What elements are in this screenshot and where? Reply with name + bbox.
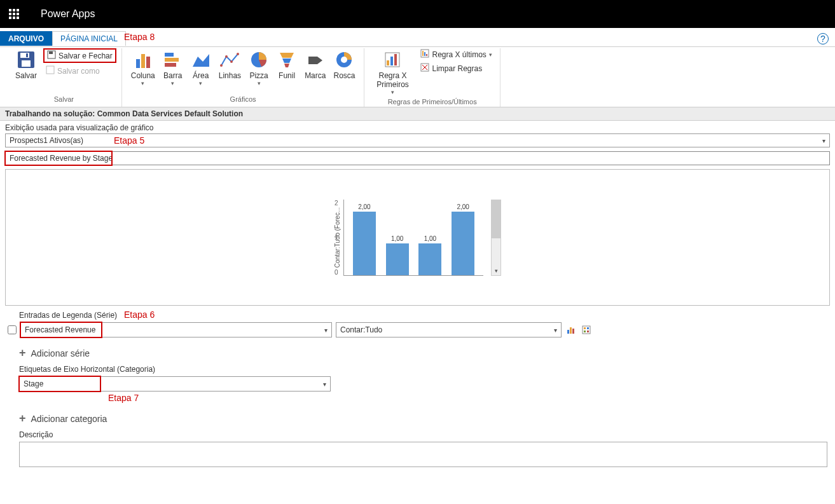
line-label: Linhas: [219, 71, 241, 80]
chart-bar: 1,00: [385, 235, 410, 275]
top-rule-label: Regra X Primeiros: [373, 71, 411, 89]
category-field-dropdown[interactable]: Stage ▾: [19, 376, 331, 392]
svg-marker-31: [308, 57, 322, 64]
ribbon-group-salvar-label: Salvar: [11, 94, 116, 104]
chart-tag-button[interactable]: Marca: [301, 48, 329, 81]
chart-scrollbar[interactable]: ▾: [491, 200, 501, 276]
area-label: Área: [193, 71, 209, 80]
svg-marker-30: [284, 64, 289, 67]
svg-rect-18: [146, 57, 150, 68]
chart-pie-button[interactable]: Pizza▾: [245, 48, 273, 88]
bottom-rule-label: Regra X últimos: [432, 50, 486, 59]
description-textarea[interactable]: [19, 442, 827, 467]
svg-rect-14: [49, 51, 53, 54]
series-checkbox[interactable]: [8, 325, 17, 334]
svg-rect-15: [46, 66, 54, 74]
clear-rules-label: Limpar Regras: [432, 64, 482, 73]
svg-rect-0: [9, 9, 11, 11]
edit-series-icon[interactable]: [581, 324, 592, 336]
add-series-button[interactable]: + Adicionar série: [19, 346, 830, 360]
svg-rect-4: [13, 13, 15, 15]
chart-config: Entradas de Legenda (Série) Etapa 6 Fore…: [19, 311, 830, 467]
tag-label: Marca: [305, 71, 326, 80]
bar-value-label: 2,00: [358, 203, 370, 210]
chart-bar-button[interactable]: Barra▾: [159, 48, 187, 88]
funnel-label: Funil: [279, 71, 295, 80]
chart-preview: Contar:Tudo (Forec... 2 1 0 2,001,001,00…: [5, 169, 830, 306]
svg-rect-1: [13, 9, 15, 11]
svg-rect-6: [9, 17, 11, 19]
svg-rect-19: [165, 53, 174, 57]
chart-area-button[interactable]: Área▾: [187, 48, 215, 88]
bar: [418, 243, 441, 275]
clear-rules-button[interactable]: Limpar Regras: [418, 62, 494, 74]
chart-line-button[interactable]: Linhas: [215, 48, 245, 81]
save-close-label: Salvar e Fechar: [59, 51, 113, 60]
bar: [386, 243, 409, 275]
description-label: Descrição: [19, 430, 830, 439]
view-label: Exibição usada para visualização de gráf…: [0, 121, 835, 133]
svg-point-24: [225, 55, 228, 58]
save-close-icon: [47, 50, 56, 61]
svg-rect-39: [422, 51, 424, 56]
svg-rect-11: [22, 60, 31, 67]
svg-rect-21: [165, 63, 176, 67]
add-category-label: Adicionar categoria: [31, 414, 107, 424]
clear-rules-icon: [420, 63, 429, 74]
chart-type-icon[interactable]: [565, 324, 577, 336]
ytick: 2: [335, 200, 338, 207]
funnel-chart-icon: [277, 50, 297, 70]
help-icon[interactable]: ?: [817, 33, 829, 44]
column-label: Coluna: [131, 71, 155, 80]
chart-bar: 2,00: [352, 203, 377, 275]
bottom-x-rule-button[interactable]: Regra X últimos▾: [418, 48, 494, 60]
chart-funnel-button[interactable]: Funil: [273, 48, 301, 81]
series-label-text: Entradas de Legenda (Série): [19, 311, 117, 320]
chart-name-input[interactable]: Forecasted Revenue by Stage: [5, 151, 830, 165]
svg-rect-47: [572, 329, 574, 334]
ytick: 0: [335, 269, 338, 276]
tab-arquivo[interactable]: ARQUIVO: [0, 31, 52, 46]
ribbon-group-regras: Regra X Primeiros▾ Regra X últimos▾ Limp…: [364, 48, 500, 107]
bar-value-label: 1,00: [424, 235, 436, 242]
chart-doughnut-button[interactable]: Rosca: [329, 48, 359, 81]
chevron-down-icon: ▾: [554, 327, 557, 334]
svg-rect-36: [390, 57, 393, 65]
aggregate-dropdown[interactable]: Contar:Tudo ▾: [336, 322, 562, 337]
chart-column-button[interactable]: Coluna▾: [127, 48, 159, 88]
bar-value-label: 1,00: [391, 235, 403, 242]
scroll-down-icon[interactable]: ▾: [492, 266, 500, 275]
top-x-rule-button[interactable]: Regra X Primeiros▾: [369, 48, 415, 97]
plus-icon: +: [19, 346, 26, 360]
category-section-label: Etiquetas de Eixo Horizontal (Categoria): [19, 365, 830, 374]
tab-pagina-inicial[interactable]: PÁGINA INICIAL: [52, 31, 126, 46]
series-value: Forecasted Revenue: [25, 325, 95, 334]
svg-rect-17: [141, 54, 145, 68]
save-label: Salvar: [15, 71, 37, 80]
svg-point-23: [220, 64, 223, 67]
svg-rect-49: [584, 327, 586, 329]
chart-yticks: 2 1 0: [335, 200, 338, 276]
series-section-label: Entradas de Legenda (Série) Etapa 6: [19, 311, 830, 320]
line-chart-icon: [219, 50, 240, 70]
view-selector[interactable]: Prospects1 Ativos(as) Etapa 5 ▾: [5, 133, 830, 147]
chart-plot: 2,001,001,002,00: [343, 200, 483, 276]
ribbon-group-graficos: Coluna▾ Barra▾ Área▾ Linhas Pizza▾ Funil: [122, 48, 365, 107]
svg-point-25: [230, 60, 233, 63]
add-category-button[interactable]: + Adicionar categoria: [19, 412, 830, 425]
series-field-dropdown[interactable]: Forecasted Revenue ▾: [20, 322, 332, 337]
doughnut-chart-icon: [334, 50, 354, 70]
svg-rect-48: [583, 326, 590, 334]
app-launcher-icon[interactable]: [0, 0, 28, 28]
svg-rect-16: [136, 59, 140, 68]
save-and-close-button[interactable]: Salvar e Fechar: [43, 48, 116, 63]
scrollbar-thumb[interactable]: [492, 200, 500, 238]
save-button[interactable]: Salvar: [11, 48, 41, 81]
add-series-label: Adicionar série: [31, 348, 90, 358]
chart-bar: 2,00: [450, 203, 476, 275]
app-header: Power Apps: [0, 0, 835, 28]
annotation-etapa-7: Etapa 7: [108, 393, 830, 403]
bar-value-label: 2,00: [457, 203, 469, 210]
svg-point-26: [237, 53, 239, 55]
app-title: Power Apps: [41, 8, 95, 20]
